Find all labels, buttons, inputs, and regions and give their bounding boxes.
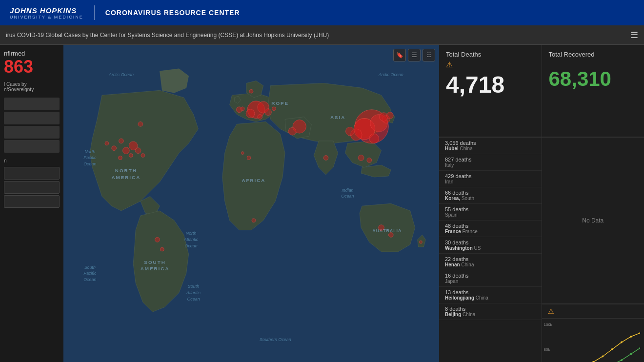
death-location: Beijing China bbox=[445, 312, 536, 317]
bookmark-button[interactable]: 🔖 bbox=[393, 49, 406, 61]
death-location: Japan bbox=[445, 279, 536, 284]
death-location: Washington US bbox=[445, 245, 536, 251]
death-count: 8 deaths bbox=[445, 306, 536, 312]
svg-point-56 bbox=[358, 155, 364, 161]
svg-point-49 bbox=[119, 156, 122, 160]
death-count: 827 deaths bbox=[445, 157, 536, 162]
svg-point-52 bbox=[379, 225, 384, 231]
svg-point-55 bbox=[160, 247, 164, 251]
header-title: CORONAVIRUS RESOURCE CENTER bbox=[105, 9, 240, 17]
chart-panel: 100k 80k 60k bbox=[542, 318, 644, 362]
death-location: Iran bbox=[445, 179, 536, 184]
deaths-list[interactable]: 3,056 deathsHubei China827 deathsItaly42… bbox=[439, 138, 542, 362]
jhu-logo: JOHNS HOPKINS UNIVERSITY & MEDICINE bbox=[10, 6, 83, 20]
death-count: 16 deaths bbox=[445, 273, 536, 279]
content-row: nfirmed 863 l Cases by n/Sovereignty n o… bbox=[0, 45, 644, 362]
svg-point-82 bbox=[630, 353, 632, 355]
svg-point-34 bbox=[246, 109, 255, 118]
svg-point-45 bbox=[112, 146, 117, 151]
sidebar-bar-6 bbox=[4, 181, 60, 194]
menu-icon[interactable]: ☰ bbox=[630, 30, 638, 40]
death-count: 3,056 deaths bbox=[445, 140, 536, 146]
svg-text:Atlantic: Atlantic bbox=[186, 290, 201, 295]
warning-icon-recovered: ⚠ bbox=[548, 307, 554, 315]
svg-point-61 bbox=[249, 89, 253, 93]
sidebar-bar-1 bbox=[4, 98, 60, 110]
death-list-item[interactable]: 16 deathsJapan bbox=[439, 270, 542, 287]
svg-point-72 bbox=[621, 342, 623, 343]
warning-icon-deaths: ⚠ bbox=[446, 60, 453, 69]
svg-text:Atlantic: Atlantic bbox=[183, 237, 199, 242]
deaths-title: Total Deaths bbox=[446, 51, 535, 58]
chart-y-axis: 100k 80k 60k bbox=[544, 322, 552, 362]
svg-point-53 bbox=[388, 232, 393, 237]
sidebar-label-n: n bbox=[4, 158, 60, 163]
death-location: Henan China bbox=[445, 262, 536, 267]
svg-point-30 bbox=[369, 134, 379, 143]
sidebar-bar-4 bbox=[4, 140, 60, 153]
no-data-panel: No Data bbox=[542, 138, 644, 304]
subtitle-row: irus COVID-19 Global Cases by the Center… bbox=[0, 25, 644, 45]
death-list-item[interactable]: 66 deathsKorea, South bbox=[439, 187, 542, 204]
cases-by-label: l Cases by bbox=[4, 81, 60, 87]
map-toolbar: 🔖 ☰ ☷ bbox=[393, 49, 435, 61]
sidebar-bar-2 bbox=[4, 112, 60, 124]
svg-point-64 bbox=[272, 107, 276, 111]
death-location: Spain bbox=[445, 212, 536, 218]
confirmed-label: nfirmed bbox=[4, 50, 60, 57]
death-count: 55 deaths bbox=[445, 206, 536, 212]
svg-text:Pacific: Pacific bbox=[83, 271, 97, 276]
death-list-item[interactable]: 48 deathsFrance France bbox=[439, 221, 542, 237]
svg-point-57 bbox=[367, 158, 372, 162]
svg-text:Pacific: Pacific bbox=[83, 155, 97, 160]
death-list-item[interactable]: 429 deathsIran bbox=[439, 171, 542, 187]
svg-point-70 bbox=[602, 356, 604, 358]
map-container[interactable]: 🔖 ☰ ☷ bbox=[63, 45, 439, 362]
death-list-item[interactable]: 827 deathsItaly bbox=[439, 154, 542, 171]
svg-text:Indian: Indian bbox=[342, 188, 353, 193]
svg-point-43 bbox=[122, 147, 129, 154]
death-list-item[interactable]: 22 deathsHenan China bbox=[439, 254, 542, 270]
svg-point-65 bbox=[420, 241, 423, 243]
svg-point-51 bbox=[138, 121, 143, 126]
sidebar-bar-3 bbox=[4, 126, 60, 139]
death-count: 429 deaths bbox=[445, 173, 536, 179]
death-list-item[interactable]: 13 deathsHeilongjiang China bbox=[439, 287, 542, 303]
death-count: 22 deaths bbox=[445, 256, 536, 262]
svg-text:South: South bbox=[84, 265, 96, 270]
svg-text:Ocean: Ocean bbox=[187, 297, 200, 302]
svg-text:NORTH: NORTH bbox=[115, 168, 137, 173]
death-list-item[interactable]: 8 deathsBeijing China bbox=[439, 303, 542, 320]
death-location: Hubei China bbox=[445, 146, 536, 151]
jhu-sub-text: UNIVERSITY & MEDICINE bbox=[10, 15, 83, 20]
world-map-svg: North Pacific Ocean South Pacific Ocean … bbox=[63, 45, 439, 362]
svg-text:Ocean: Ocean bbox=[341, 194, 354, 199]
svg-text:AUSTRALIA: AUSTRALIA bbox=[372, 228, 402, 233]
svg-text:AMERICA: AMERICA bbox=[111, 175, 141, 180]
svg-text:South: South bbox=[188, 284, 199, 289]
north-pacific-label: North bbox=[84, 149, 95, 154]
svg-point-48 bbox=[141, 154, 145, 158]
death-list-item[interactable]: 55 deathsSpain bbox=[439, 204, 542, 221]
death-location: France France bbox=[445, 229, 536, 234]
svg-point-62 bbox=[252, 219, 256, 222]
subtitle-text: irus COVID-19 Global Cases by the Center… bbox=[6, 32, 630, 39]
header-divider bbox=[94, 5, 95, 20]
svg-text:Ocean: Ocean bbox=[83, 161, 96, 166]
grid-button[interactable]: ☷ bbox=[423, 49, 435, 61]
death-count: 66 deaths bbox=[445, 190, 536, 196]
svg-point-63 bbox=[241, 107, 244, 111]
recovered-title: Total Recovered bbox=[549, 51, 638, 58]
svg-text:North: North bbox=[186, 231, 197, 236]
header: JOHNS HOPKINS UNIVERSITY & MEDICINE CORO… bbox=[0, 0, 644, 25]
svg-point-73 bbox=[630, 336, 632, 338]
svg-point-59 bbox=[247, 156, 251, 160]
list-button[interactable]: ☰ bbox=[408, 49, 421, 61]
svg-point-50 bbox=[105, 141, 109, 145]
svg-point-47 bbox=[129, 154, 133, 158]
svg-text:ROPE: ROPE bbox=[271, 101, 289, 106]
death-list-item[interactable]: 3,056 deathsHubei China bbox=[439, 138, 542, 154]
death-count: 48 deaths bbox=[445, 223, 536, 229]
svg-point-41 bbox=[386, 112, 393, 119]
death-list-item[interactable]: 30 deathsWashington US bbox=[439, 237, 542, 254]
